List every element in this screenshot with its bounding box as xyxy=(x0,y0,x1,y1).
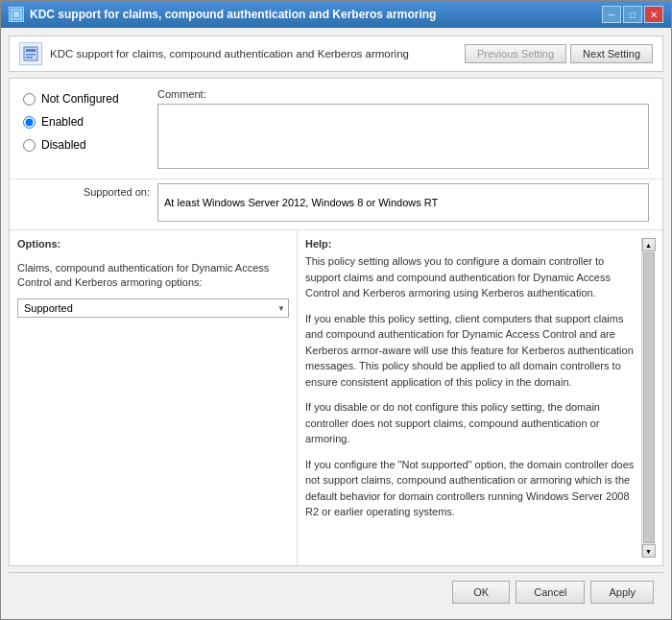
ok-button[interactable]: OK xyxy=(452,581,510,604)
supported-row: Supported on: At least Windows Server 20… xyxy=(10,179,662,230)
not-configured-label: Not Configured xyxy=(41,92,119,106)
enabled-option[interactable]: Enabled xyxy=(23,115,157,129)
svg-rect-3 xyxy=(26,49,36,52)
close-button[interactable]: ✕ xyxy=(644,6,663,23)
title-bar-left: KDC support for claims, compound authent… xyxy=(9,7,436,22)
apply-button[interactable]: Apply xyxy=(590,581,654,604)
cancel-button[interactable]: Cancel xyxy=(516,581,585,604)
prev-setting-button[interactable]: Previous Setting xyxy=(465,44,566,63)
supported-label: Supported on: xyxy=(23,183,157,198)
help-column: Help: This policy setting allows you to … xyxy=(298,230,662,565)
options-dropdown[interactable]: Supported Not Supported Always provide c… xyxy=(17,298,289,318)
header-left: KDC support for claims, compound authent… xyxy=(19,42,409,65)
help-para-4: If you configure the "Not supported" opt… xyxy=(305,457,637,520)
disabled-option[interactable]: Disabled xyxy=(23,138,157,152)
enabled-label: Enabled xyxy=(41,115,84,129)
two-column-section: Options: Claims, compound authentication… xyxy=(10,230,662,565)
scroll-up-button[interactable]: ▲ xyxy=(642,238,656,251)
comment-label: Comment: xyxy=(157,88,649,100)
minimize-button[interactable]: ─ xyxy=(602,6,621,23)
policy-icon xyxy=(19,42,42,65)
svg-rect-4 xyxy=(26,54,36,56)
scroll-thumb[interactable] xyxy=(643,252,655,543)
options-column: Options: Claims, compound authentication… xyxy=(10,230,298,565)
main-form: Not Configured Enabled Disabled Comment: xyxy=(9,78,663,566)
help-scrollbar[interactable]: ▲ ▼ xyxy=(641,238,655,558)
not-configured-option[interactable]: Not Configured xyxy=(23,92,157,106)
help-text: This policy setting allows you to config… xyxy=(305,253,641,558)
radio-column: Not Configured Enabled Disabled xyxy=(23,88,157,152)
title-bar: KDC support for claims, compound authent… xyxy=(1,1,671,28)
scroll-down-button[interactable]: ▼ xyxy=(642,544,656,558)
radio-comment-section: Not Configured Enabled Disabled Comment: xyxy=(10,79,662,179)
next-setting-button[interactable]: Next Setting xyxy=(570,44,653,63)
header-bar: KDC support for claims, compound authent… xyxy=(9,36,663,72)
svg-rect-1 xyxy=(13,12,19,17)
supported-value: At least Windows Server 2012, Windows 8 … xyxy=(157,183,649,222)
comment-textarea[interactable] xyxy=(157,104,649,169)
maximize-button[interactable]: □ xyxy=(623,6,642,23)
main-window: KDC support for claims, compound authent… xyxy=(0,0,672,620)
window-title: KDC support for claims, compound authent… xyxy=(30,8,436,21)
options-dropdown-container: Supported Not Supported Always provide c… xyxy=(17,298,289,318)
enabled-radio[interactable] xyxy=(23,116,36,129)
comment-column: Comment: xyxy=(157,88,649,169)
help-label: Help: xyxy=(305,238,641,250)
header-buttons: Previous Setting Next Setting xyxy=(465,44,653,63)
disabled-label: Disabled xyxy=(41,138,86,152)
disabled-radio[interactable] xyxy=(23,139,36,152)
bottom-bar: OK Cancel Apply xyxy=(9,572,663,611)
content-area: KDC support for claims, compound authent… xyxy=(1,28,671,619)
title-bar-buttons: ─ □ ✕ xyxy=(602,6,663,23)
help-para-3: If you disable or do not configure this … xyxy=(305,399,637,447)
help-para-1: This policy setting allows you to config… xyxy=(305,253,637,301)
not-configured-radio[interactable] xyxy=(23,93,36,106)
window-icon xyxy=(9,7,24,22)
options-label: Options: xyxy=(17,238,289,250)
svg-rect-5 xyxy=(26,57,33,59)
options-description: Claims, compound authentication for Dyna… xyxy=(17,261,289,291)
header-title: KDC support for claims, compound authent… xyxy=(50,48,409,60)
help-para-2: If you enable this policy setting, clien… xyxy=(305,311,637,391)
